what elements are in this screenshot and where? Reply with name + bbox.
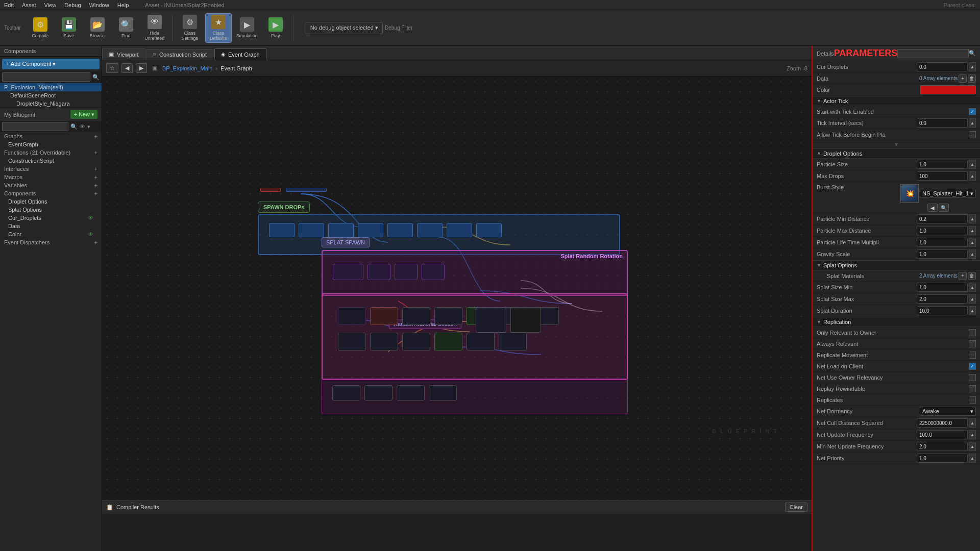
menu-asset[interactable]: Asset [22, 2, 36, 8]
tick-interval-input[interactable] [917, 118, 968, 128]
replication-section[interactable]: ▼ Replication [813, 317, 980, 327]
back-button[interactable]: ◀ [121, 63, 133, 73]
forward-button[interactable]: ▶ [136, 63, 147, 73]
allow-tick-checkbox[interactable] [969, 131, 976, 138]
inner-node-7[interactable] [370, 333, 398, 350]
bookmark-button[interactable]: ☆ [106, 63, 118, 73]
net-update-spin[interactable]: ▲ [969, 430, 976, 439]
menu-debug[interactable]: Debug [64, 2, 81, 8]
bp-section-components[interactable]: Components + [0, 189, 102, 197]
cur-droplets-input[interactable] [917, 62, 968, 71]
menu-view[interactable]: View [44, 2, 56, 8]
bp-section-interfaces[interactable]: Interfaces + [0, 165, 102, 173]
browse-button[interactable]: 📂 Browse [84, 13, 111, 43]
gravity-scale-spin[interactable]: ▲ [969, 249, 976, 259]
bp-filter-icon[interactable]: 👁 [80, 123, 85, 130]
bp-item-construction[interactable]: ConstructionScript [0, 157, 102, 165]
bp-item-splat-options[interactable]: Splat Options [0, 206, 102, 214]
right-node-2[interactable] [510, 307, 541, 333]
inner-node-8[interactable] [402, 333, 430, 350]
data-add-btn[interactable]: + [959, 74, 967, 83]
splat-spawn-label[interactable]: SPLAT SPAWN [322, 237, 370, 247]
bp-mini-node-2[interactable] [299, 223, 324, 237]
bp-section-macros[interactable]: Macros + [0, 173, 102, 181]
bp-mini-node-7[interactable] [447, 223, 472, 237]
bp-item-data[interactable]: Data [0, 222, 102, 230]
splat-node-4[interactable] [422, 264, 445, 280]
interfaces-add-icon[interactable]: + [94, 166, 97, 172]
functions-add-icon[interactable]: + [94, 149, 97, 156]
replicates-checkbox[interactable] [969, 396, 976, 404]
bp-mini-node-3[interactable] [328, 223, 354, 237]
tab-viewport[interactable]: ▣ Viewport [102, 48, 145, 60]
clear-button[interactable]: Clear [785, 503, 807, 512]
debug-filter-button[interactable]: No debug object selected ▾ [306, 22, 383, 34]
bp-mini-node-4[interactable] [358, 223, 383, 237]
splat-size-min-input[interactable] [917, 283, 968, 292]
add-new-button[interactable]: + New ▾ [70, 110, 97, 119]
splat-node-1[interactable] [333, 264, 363, 280]
tree-item-scene-root[interactable]: DefaultSceneRoot [0, 91, 102, 99]
inner-node-10[interactable] [467, 333, 495, 350]
inner-node-9[interactable] [434, 333, 462, 350]
find-button[interactable]: 🔍 Find [113, 13, 139, 43]
component-search-input[interactable] [2, 72, 90, 82]
net-dormancy-dropdown[interactable]: Awake ▾ [920, 407, 976, 416]
bp-section-variables[interactable]: Variables + [0, 181, 102, 189]
play-button[interactable]: ▶ Play [262, 13, 289, 43]
splat-node-2[interactable] [368, 264, 390, 280]
variables-add-icon[interactable]: + [94, 182, 97, 188]
droplet-options-section[interactable]: ▼ Droplet Options [813, 148, 980, 159]
actor-tick-section[interactable]: ▼ Actor Tick [813, 96, 980, 106]
net-priority-spin[interactable]: ▲ [969, 454, 976, 463]
burst-style-dropdown[interactable]: NS_Splatter_Hit_1 ▾ [920, 189, 976, 198]
eye-icon[interactable]: 👁 [88, 215, 93, 221]
particle-min-dist-spin[interactable]: ▲ [969, 214, 976, 223]
splat-size-max-spin[interactable]: ▲ [969, 294, 976, 304]
breadcrumb-class[interactable]: BP_Explosion_Main [162, 65, 212, 71]
net-load-checkbox[interactable] [969, 363, 976, 370]
particle-lifetime-spin[interactable]: ▲ [969, 238, 976, 247]
tick-interval-spin[interactable]: ▲ [969, 118, 976, 128]
particle-lifetime-input[interactable] [917, 238, 968, 247]
burst-style-prev[interactable]: ◀ [927, 204, 938, 212]
dispatchers-add-icon[interactable]: + [94, 239, 97, 245]
bp-item-cur-droplets[interactable]: Cur_Droplets 👁 [0, 214, 102, 222]
color-eye-icon[interactable]: 👁 [88, 231, 93, 237]
particle-max-dist-input[interactable] [917, 226, 968, 235]
gravity-scale-input[interactable] [917, 249, 968, 259]
blueprint-canvas[interactable]: SPAWN DROPs [102, 77, 812, 500]
bp-settings-icon[interactable]: ▾ [87, 123, 90, 130]
bp-search-input[interactable] [2, 122, 68, 131]
components-add-icon[interactable]: + [94, 190, 97, 196]
inner-node-red[interactable] [370, 307, 398, 325]
hide-unrelated-button[interactable]: 👁 Hide Unrelated [141, 13, 168, 43]
net-priority-input[interactable] [917, 454, 968, 463]
particle-size-spin[interactable]: ▲ [969, 160, 976, 169]
bp-item-droplet-options[interactable]: Droplet Options [0, 197, 102, 206]
replay-rewindable-checkbox[interactable] [969, 385, 976, 392]
inner-node-1[interactable] [338, 307, 366, 325]
compile-button[interactable]: ⚙ Compile [27, 13, 54, 43]
bp-mini-node-6[interactable] [417, 223, 443, 237]
max-drops-input[interactable] [917, 171, 968, 181]
net-cull-spin[interactable]: ▲ [969, 418, 976, 428]
details-search-input[interactable] [897, 49, 969, 58]
particle-min-dist-input[interactable] [917, 214, 968, 223]
inner-node-3[interactable] [434, 307, 462, 325]
simulation-button[interactable]: ▶ Simulation [234, 13, 260, 43]
breadcrumb-graph[interactable]: Event Graph [220, 65, 252, 71]
bp-item-event-graph[interactable]: EventGraph [0, 140, 102, 148]
bottom-node-1[interactable] [332, 385, 360, 400]
splat-duration-spin[interactable]: ▲ [969, 306, 976, 315]
only-relevant-checkbox[interactable] [969, 329, 976, 336]
always-relevant-checkbox[interactable] [969, 340, 976, 347]
max-drops-spin[interactable]: ▲ [969, 171, 976, 181]
min-net-update-input[interactable] [917, 442, 968, 451]
menu-window[interactable]: Window [89, 2, 109, 8]
bottom-node-4[interactable] [429, 385, 457, 400]
macros-add-icon[interactable]: + [94, 174, 97, 180]
particle-max-dist-spin[interactable]: ▲ [969, 226, 976, 235]
splat-size-max-input[interactable] [917, 294, 968, 304]
graphs-add-icon[interactable]: + [94, 133, 97, 139]
